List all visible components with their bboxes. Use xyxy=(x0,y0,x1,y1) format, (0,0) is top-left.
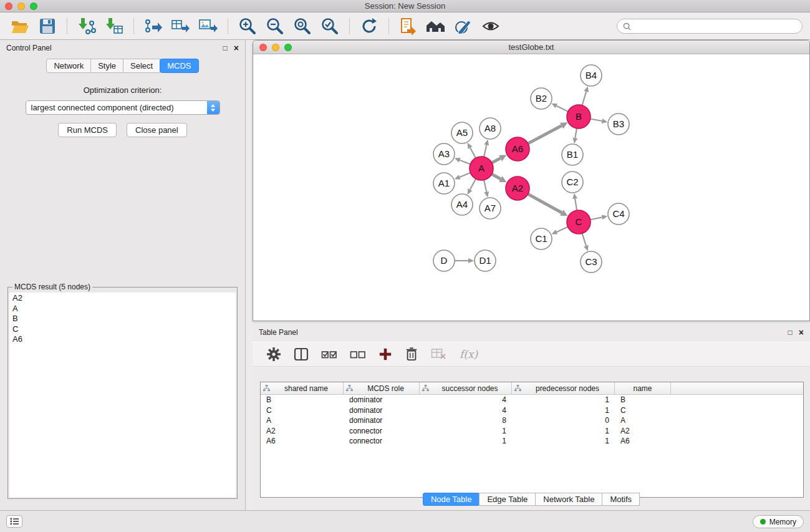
result-item: C xyxy=(12,324,233,335)
zoom-in-button[interactable] xyxy=(235,16,260,37)
edge-arrowhead xyxy=(572,193,577,200)
annotation-pen-button[interactable] xyxy=(451,16,476,37)
zoom-fit-icon xyxy=(293,17,312,36)
graph-node-A4[interactable]: A4 xyxy=(451,194,473,215)
export-image-button[interactable] xyxy=(196,16,221,37)
zoom-fit-button[interactable] xyxy=(290,16,315,37)
export-table-button[interactable] xyxy=(168,16,193,37)
table-row[interactable]: A2connector11A2 xyxy=(261,426,803,437)
tab-style[interactable]: Style xyxy=(90,59,123,73)
create-column-button[interactable] xyxy=(378,345,392,364)
table-row[interactable]: A6connector11A6 xyxy=(261,436,803,447)
table-row[interactable]: Adominator80A xyxy=(261,415,803,426)
import-table-button[interactable] xyxy=(102,16,127,37)
table-cell: 4 xyxy=(420,395,512,404)
graph-node-B[interactable]: B xyxy=(567,105,591,128)
zoom-out-button[interactable] xyxy=(263,16,287,37)
table-row[interactable]: Bdominator41B xyxy=(261,395,803,405)
table-options-button[interactable] xyxy=(266,345,281,364)
edge-arrowhead xyxy=(455,158,461,162)
memory-button[interactable]: Memory xyxy=(753,515,804,528)
graph-edge-B-B4 xyxy=(582,92,587,105)
graph-node-B4[interactable]: B4 xyxy=(581,65,602,86)
column-header-name[interactable]: name xyxy=(615,382,671,394)
import-network-icon xyxy=(77,17,96,35)
import-network-button[interactable] xyxy=(74,16,99,37)
toolbar-search[interactable] xyxy=(617,19,803,34)
network-canvas[interactable]: B4B2BB3A5A8A6A3B1AC2A1A2A4A7C4CC1DD1C3 xyxy=(253,54,809,321)
network-minimize-button[interactable] xyxy=(272,44,279,51)
criterion-select[interactable]: largest connected component (directed) xyxy=(26,100,220,115)
tab-select[interactable]: Select xyxy=(123,59,160,73)
network-zoom-button[interactable] xyxy=(284,44,292,51)
graph-node-D[interactable]: D xyxy=(433,250,455,271)
graph-node-B1[interactable]: B1 xyxy=(562,144,583,165)
zoom-selected-button[interactable] xyxy=(317,16,342,37)
minimize-window-button[interactable] xyxy=(17,2,25,10)
column-header-shared-name[interactable]: shared name xyxy=(261,382,344,394)
graph-node-B3[interactable]: B3 xyxy=(608,114,629,135)
close-panel-icon[interactable]: × xyxy=(234,44,239,52)
table-cell: 1 xyxy=(420,427,512,435)
graph-node-C2[interactable]: C2 xyxy=(562,172,583,193)
unselect-all-columns-button[interactable] xyxy=(350,345,366,364)
pen-circle-icon xyxy=(454,17,473,35)
table-cell: A6 xyxy=(261,437,344,445)
graph-node-A6[interactable]: A6 xyxy=(506,137,529,161)
houses-button[interactable] xyxy=(423,16,448,37)
delete-table-button-disabled xyxy=(431,345,447,364)
open-session-button[interactable] xyxy=(7,16,32,37)
task-history-button[interactable] xyxy=(6,515,22,528)
graph-node-B2[interactable]: B2 xyxy=(531,88,552,109)
svg-text:A: A xyxy=(478,163,485,173)
float-panel-icon[interactable]: □ xyxy=(788,329,793,336)
svg-text:B4: B4 xyxy=(586,70,597,80)
table-cell: 1 xyxy=(512,427,615,435)
float-panel-icon[interactable]: □ xyxy=(223,44,228,52)
refresh-button[interactable] xyxy=(357,16,382,37)
zoom-window-button[interactable] xyxy=(30,2,37,10)
tab-edge-table[interactable]: Edge Table xyxy=(479,493,536,506)
column-header-successor-nodes[interactable]: successor nodes xyxy=(420,382,512,394)
graph-node-A8[interactable]: A8 xyxy=(480,118,501,139)
show-columns-button[interactable] xyxy=(294,345,309,364)
tab-mcds[interactable]: MCDS xyxy=(160,59,198,73)
save-session-button[interactable] xyxy=(35,16,60,37)
mcds-result-list[interactable]: A2ABCA6 xyxy=(9,293,236,497)
network-close-button[interactable] xyxy=(259,44,267,51)
graph-node-A2[interactable]: A2 xyxy=(506,177,529,200)
list-icon xyxy=(10,518,19,525)
graph-node-C3[interactable]: C3 xyxy=(581,251,602,273)
first-neighbors-button[interactable] xyxy=(396,16,421,37)
control-panel-header: Control Panel □ × xyxy=(0,40,245,56)
graph-node-C4[interactable]: C4 xyxy=(608,203,629,225)
graph-edge-A-A4 xyxy=(470,179,476,190)
close-panel-button[interactable]: Close panel xyxy=(127,123,187,137)
tab-node-table[interactable]: Node Table xyxy=(423,493,480,506)
select-all-columns-button[interactable] xyxy=(321,345,337,364)
graph-node-C1[interactable]: C1 xyxy=(531,228,552,249)
tab-network[interactable]: Network xyxy=(46,59,91,73)
search-input[interactable] xyxy=(634,22,796,31)
column-header-mcds-role[interactable]: MCDS role xyxy=(344,382,420,394)
graph-node-A3[interactable]: A3 xyxy=(433,143,455,165)
close-window-button[interactable] xyxy=(5,2,12,10)
close-panel-icon[interactable]: × xyxy=(799,328,804,337)
tab-network-table[interactable]: Network Table xyxy=(535,493,602,506)
table-cell: 1 xyxy=(512,406,615,415)
toolbar-separator xyxy=(228,18,228,34)
eye-button[interactable] xyxy=(478,16,503,37)
table-row[interactable]: Cdominator41C xyxy=(261,405,803,416)
column-header-predecessor-nodes[interactable]: predecessor nodes xyxy=(512,382,615,394)
delete-columns-button[interactable] xyxy=(405,345,418,364)
graph-node-A1[interactable]: A1 xyxy=(433,173,455,194)
graph-node-A7[interactable]: A7 xyxy=(480,198,501,219)
graph-node-A5[interactable]: A5 xyxy=(451,122,473,143)
graph-node-A[interactable]: A xyxy=(470,157,493,180)
graph-node-C[interactable]: C xyxy=(567,210,591,234)
export-network-button[interactable] xyxy=(141,16,166,37)
export-network-icon xyxy=(144,18,163,34)
tab-motifs[interactable]: Motifs xyxy=(602,493,640,506)
graph-node-D1[interactable]: D1 xyxy=(475,250,496,271)
run-mcds-button[interactable]: Run MCDS xyxy=(58,123,117,137)
